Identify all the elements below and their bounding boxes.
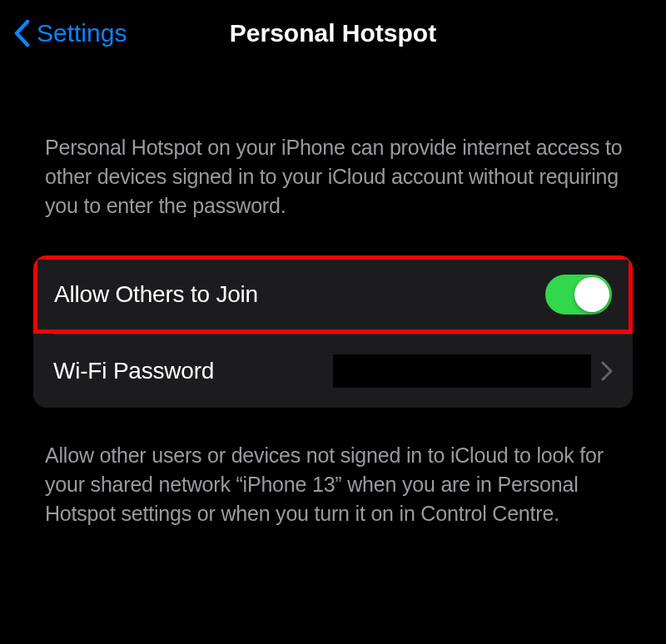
chevron-left-icon <box>13 19 30 47</box>
allow-others-label: Allow Others to Join <box>54 281 258 308</box>
wifi-password-value-area <box>333 354 613 388</box>
settings-group: Allow Others to Join Wi-Fi Password <box>33 255 633 408</box>
toggle-knob <box>574 277 609 312</box>
page-title: Personal Hotspot <box>230 19 436 47</box>
allow-others-toggle[interactable] <box>545 275 612 315</box>
wifi-password-cell[interactable]: Wi-Fi Password <box>33 334 633 408</box>
back-label: Settings <box>37 19 127 47</box>
wifi-password-value-redacted <box>333 354 591 388</box>
section-footer-description: Allow other users or devices not signed … <box>0 408 666 528</box>
allow-others-cell[interactable]: Allow Others to Join <box>33 255 633 334</box>
nav-header: Settings Personal Hotspot <box>0 0 666 67</box>
chevron-right-icon <box>601 361 613 381</box>
back-button[interactable]: Settings <box>13 19 127 47</box>
wifi-password-label: Wi-Fi Password <box>53 358 214 384</box>
section-header-description: Personal Hotspot on your iPhone can prov… <box>0 67 666 244</box>
